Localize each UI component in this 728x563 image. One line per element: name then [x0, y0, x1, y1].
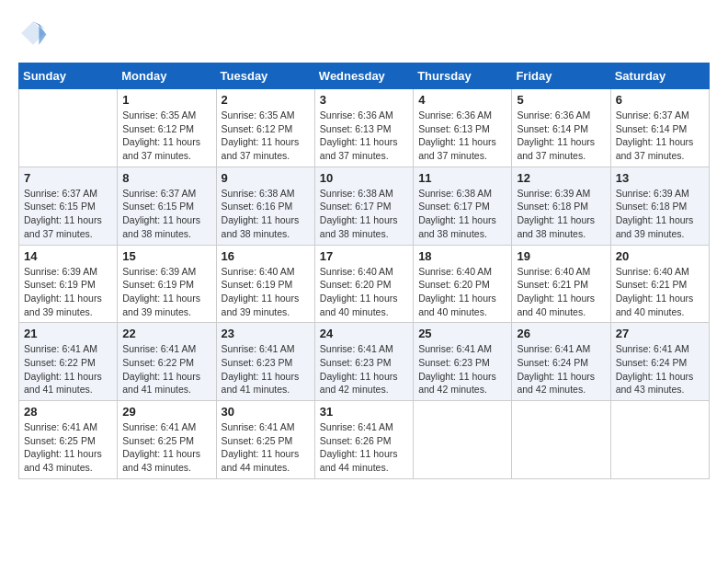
calendar-cell: 18Sunrise: 6:40 AM Sunset: 6:20 PM Dayli… — [414, 245, 512, 323]
calendar-week-row-3: 14Sunrise: 6:39 AM Sunset: 6:19 PM Dayli… — [19, 245, 710, 323]
day-number: 4 — [418, 93, 506, 107]
calendar-cell: 3Sunrise: 6:36 AM Sunset: 6:13 PM Daylig… — [314, 89, 413, 167]
day-number: 25 — [418, 327, 506, 340]
weekday-header-wednesday: Wednesday — [314, 63, 413, 89]
calendar-cell: 25Sunrise: 6:41 AM Sunset: 6:23 PM Dayli… — [414, 323, 512, 401]
calendar-cell: 8Sunrise: 6:37 AM Sunset: 6:15 PM Daylig… — [118, 167, 216, 245]
day-info: Sunrise: 6:39 AM Sunset: 6:19 PM Dayligh… — [24, 265, 112, 319]
day-number: 21 — [24, 327, 112, 340]
weekday-header-thursday: Thursday — [414, 63, 512, 89]
calendar-cell — [19, 89, 118, 167]
day-info: Sunrise: 6:40 AM Sunset: 6:21 PM Dayligh… — [616, 265, 704, 319]
day-number: 14 — [24, 249, 112, 263]
calendar-week-row-4: 21Sunrise: 6:41 AM Sunset: 6:22 PM Dayli… — [19, 323, 710, 401]
day-number: 16 — [222, 249, 310, 263]
day-number: 26 — [517, 327, 605, 340]
day-number: 17 — [320, 249, 408, 263]
day-number: 27 — [616, 327, 704, 340]
weekday-header-monday: Monday — [118, 63, 216, 89]
day-number: 6 — [616, 93, 704, 107]
day-info: Sunrise: 6:36 AM Sunset: 6:13 PM Dayligh… — [418, 109, 506, 163]
day-info: Sunrise: 6:41 AM Sunset: 6:25 PM Dayligh… — [122, 420, 210, 475]
calendar-cell — [414, 401, 512, 479]
weekday-header-row: SundayMondayTuesdayWednesdayThursdayFrid… — [19, 63, 710, 89]
logo-icon — [18, 18, 48, 48]
calendar-cell: 7Sunrise: 6:37 AM Sunset: 6:15 PM Daylig… — [19, 167, 118, 245]
weekday-header-friday: Friday — [512, 63, 610, 89]
weekday-header-tuesday: Tuesday — [216, 63, 314, 89]
day-info: Sunrise: 6:40 AM Sunset: 6:19 PM Dayligh… — [222, 265, 310, 319]
calendar-cell: 22Sunrise: 6:41 AM Sunset: 6:22 PM Dayli… — [118, 323, 216, 401]
day-info: Sunrise: 6:38 AM Sunset: 6:17 PM Dayligh… — [418, 187, 506, 241]
day-number: 2 — [222, 93, 310, 107]
weekday-header-sunday: Sunday — [19, 63, 118, 89]
calendar-cell: 2Sunrise: 6:35 AM Sunset: 6:12 PM Daylig… — [216, 89, 314, 167]
calendar-cell: 13Sunrise: 6:39 AM Sunset: 6:18 PM Dayli… — [610, 167, 709, 245]
calendar-cell — [512, 401, 610, 479]
calendar-cell: 31Sunrise: 6:41 AM Sunset: 6:26 PM Dayli… — [314, 401, 413, 479]
day-number: 19 — [517, 249, 605, 263]
calendar-cell: 21Sunrise: 6:41 AM Sunset: 6:22 PM Dayli… — [19, 323, 118, 401]
day-number: 13 — [616, 171, 704, 185]
calendar-cell: 23Sunrise: 6:41 AM Sunset: 6:23 PM Dayli… — [216, 323, 314, 401]
day-number: 22 — [122, 327, 210, 340]
day-info: Sunrise: 6:39 AM Sunset: 6:18 PM Dayligh… — [517, 187, 605, 241]
logo — [18, 18, 51, 48]
calendar-cell: 28Sunrise: 6:41 AM Sunset: 6:25 PM Dayli… — [19, 401, 118, 479]
day-info: Sunrise: 6:35 AM Sunset: 6:12 PM Dayligh… — [122, 109, 210, 163]
day-number: 3 — [320, 93, 408, 107]
weekday-header-saturday: Saturday — [610, 63, 709, 89]
calendar-week-row-2: 7Sunrise: 6:37 AM Sunset: 6:15 PM Daylig… — [19, 167, 710, 245]
day-number: 12 — [517, 171, 605, 185]
day-info: Sunrise: 6:36 AM Sunset: 6:13 PM Dayligh… — [320, 109, 408, 163]
day-number: 24 — [320, 327, 408, 340]
calendar-cell: 20Sunrise: 6:40 AM Sunset: 6:21 PM Dayli… — [610, 245, 709, 323]
day-number: 9 — [222, 171, 310, 185]
page-header — [18, 18, 710, 48]
calendar-cell: 4Sunrise: 6:36 AM Sunset: 6:13 PM Daylig… — [414, 89, 512, 167]
calendar-cell: 14Sunrise: 6:39 AM Sunset: 6:19 PM Dayli… — [19, 245, 118, 323]
day-info: Sunrise: 6:36 AM Sunset: 6:14 PM Dayligh… — [517, 109, 605, 163]
day-info: Sunrise: 6:40 AM Sunset: 6:21 PM Dayligh… — [517, 265, 605, 319]
day-info: Sunrise: 6:38 AM Sunset: 6:17 PM Dayligh… — [320, 187, 408, 241]
day-number: 8 — [122, 171, 210, 185]
calendar-cell: 9Sunrise: 6:38 AM Sunset: 6:16 PM Daylig… — [216, 167, 314, 245]
calendar-cell: 5Sunrise: 6:36 AM Sunset: 6:14 PM Daylig… — [512, 89, 610, 167]
day-info: Sunrise: 6:41 AM Sunset: 6:24 PM Dayligh… — [616, 342, 704, 396]
day-info: Sunrise: 6:41 AM Sunset: 6:24 PM Dayligh… — [517, 342, 605, 396]
day-number: 20 — [616, 249, 704, 263]
day-number: 1 — [122, 93, 210, 107]
day-info: Sunrise: 6:38 AM Sunset: 6:16 PM Dayligh… — [222, 187, 310, 241]
day-number: 30 — [222, 405, 310, 419]
calendar-week-row-5: 28Sunrise: 6:41 AM Sunset: 6:25 PM Dayli… — [19, 401, 710, 479]
calendar-cell: 26Sunrise: 6:41 AM Sunset: 6:24 PM Dayli… — [512, 323, 610, 401]
calendar-cell: 16Sunrise: 6:40 AM Sunset: 6:19 PM Dayli… — [216, 245, 314, 323]
day-info: Sunrise: 6:37 AM Sunset: 6:14 PM Dayligh… — [616, 109, 704, 163]
day-number: 18 — [418, 249, 506, 263]
calendar-cell — [610, 401, 709, 479]
day-info: Sunrise: 6:41 AM Sunset: 6:25 PM Dayligh… — [24, 420, 112, 475]
day-info: Sunrise: 6:41 AM Sunset: 6:22 PM Dayligh… — [24, 342, 112, 396]
calendar-cell: 15Sunrise: 6:39 AM Sunset: 6:19 PM Dayli… — [118, 245, 216, 323]
day-number: 5 — [517, 93, 605, 107]
day-info: Sunrise: 6:41 AM Sunset: 6:23 PM Dayligh… — [222, 342, 310, 396]
day-info: Sunrise: 6:41 AM Sunset: 6:22 PM Dayligh… — [122, 342, 210, 396]
calendar-cell: 6Sunrise: 6:37 AM Sunset: 6:14 PM Daylig… — [610, 89, 709, 167]
day-info: Sunrise: 6:39 AM Sunset: 6:19 PM Dayligh… — [122, 265, 210, 319]
day-info: Sunrise: 6:41 AM Sunset: 6:23 PM Dayligh… — [418, 342, 506, 396]
calendar-cell: 19Sunrise: 6:40 AM Sunset: 6:21 PM Dayli… — [512, 245, 610, 323]
calendar-cell: 12Sunrise: 6:39 AM Sunset: 6:18 PM Dayli… — [512, 167, 610, 245]
calendar-cell: 24Sunrise: 6:41 AM Sunset: 6:23 PM Dayli… — [314, 323, 413, 401]
day-number: 10 — [320, 171, 408, 185]
calendar-cell: 10Sunrise: 6:38 AM Sunset: 6:17 PM Dayli… — [314, 167, 413, 245]
day-info: Sunrise: 6:41 AM Sunset: 6:26 PM Dayligh… — [320, 420, 408, 475]
calendar-cell: 29Sunrise: 6:41 AM Sunset: 6:25 PM Dayli… — [118, 401, 216, 479]
calendar-table: SundayMondayTuesdayWednesdayThursdayFrid… — [18, 63, 710, 479]
calendar-cell: 1Sunrise: 6:35 AM Sunset: 6:12 PM Daylig… — [118, 89, 216, 167]
day-info: Sunrise: 6:37 AM Sunset: 6:15 PM Dayligh… — [122, 187, 210, 241]
day-number: 29 — [122, 405, 210, 419]
calendar-cell: 17Sunrise: 6:40 AM Sunset: 6:20 PM Dayli… — [314, 245, 413, 323]
day-number: 11 — [418, 171, 506, 185]
day-info: Sunrise: 6:37 AM Sunset: 6:15 PM Dayligh… — [24, 187, 112, 241]
day-info: Sunrise: 6:41 AM Sunset: 6:25 PM Dayligh… — [222, 420, 310, 475]
